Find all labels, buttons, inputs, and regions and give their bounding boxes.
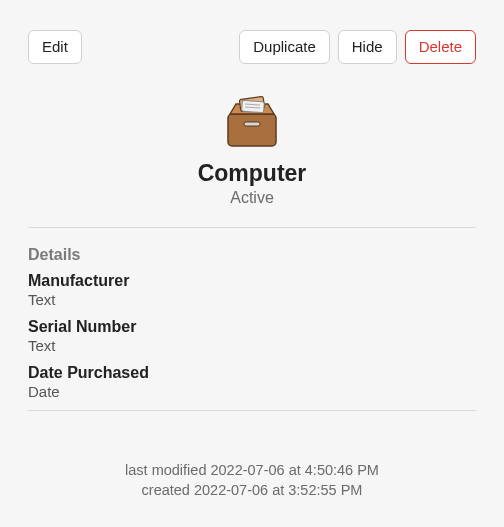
svg-rect-5 [244, 122, 260, 126]
toolbar-left: Edit [28, 30, 82, 64]
edit-button[interactable]: Edit [28, 30, 82, 64]
field-value: Text [28, 291, 476, 308]
field-serial-number: Serial Number Text [28, 318, 476, 354]
hide-button[interactable]: Hide [338, 30, 397, 64]
field-label: Serial Number [28, 318, 476, 336]
timestamps: last modified 2022-07-06 at 4:50:46 PM c… [28, 461, 476, 500]
duplicate-button[interactable]: Duplicate [239, 30, 330, 64]
details-list: Manufacturer Text Serial Number Text Dat… [28, 272, 476, 400]
field-value: Text [28, 337, 476, 354]
field-date-purchased: Date Purchased Date [28, 364, 476, 400]
field-label: Date Purchased [28, 364, 476, 382]
field-label: Manufacturer [28, 272, 476, 290]
toolbar: Edit Duplicate Hide Delete [28, 30, 476, 64]
divider-top [28, 227, 476, 228]
details-section-label: Details [28, 246, 476, 264]
item-status: Active [28, 189, 476, 207]
card-file-box-icon [220, 92, 284, 150]
last-modified-text: last modified 2022-07-06 at 4:50:46 PM [28, 461, 476, 481]
created-text: created 2022-07-06 at 3:52:55 PM [28, 481, 476, 501]
item-header: Computer Active [28, 92, 476, 207]
svg-rect-0 [228, 114, 276, 146]
toolbar-right: Duplicate Hide Delete [239, 30, 476, 64]
divider-bottom [28, 410, 476, 411]
delete-button[interactable]: Delete [405, 30, 476, 64]
field-manufacturer: Manufacturer Text [28, 272, 476, 308]
svg-rect-2 [242, 100, 265, 113]
item-icon-wrap [28, 92, 476, 150]
item-title: Computer [28, 160, 476, 187]
field-value: Date [28, 383, 476, 400]
